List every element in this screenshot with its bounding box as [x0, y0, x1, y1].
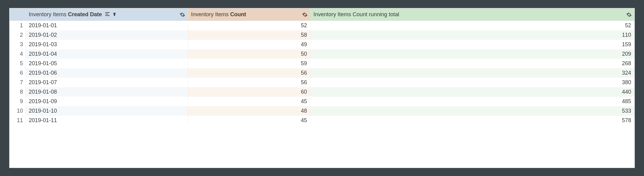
table-row: 2 2019-01-02 58 110 [10, 30, 635, 40]
column-header-created-date[interactable]: Inventory Items Created Date [26, 9, 188, 21]
gear-icon[interactable] [302, 12, 308, 17]
cell-count[interactable]: 56 [188, 68, 310, 78]
row-number: 6 [10, 68, 26, 78]
table-row: 11 2019-01-11 45 578 [10, 116, 635, 125]
row-number-header [10, 9, 26, 21]
cell-running[interactable]: 324 [310, 68, 635, 78]
row-number: 8 [10, 87, 26, 97]
cell-date[interactable]: 2019-01-04 [26, 49, 188, 59]
table-row: 7 2019-01-07 56 380 [10, 78, 635, 87]
table-row: 6 2019-01-06 56 324 [10, 68, 635, 78]
cell-date[interactable]: 2019-01-10 [26, 106, 188, 116]
column-header-label-bold: Created Date [68, 11, 102, 17]
cell-count[interactable]: 45 [188, 97, 310, 106]
cell-date[interactable]: 2019-01-01 [26, 21, 188, 30]
row-number: 4 [10, 49, 26, 59]
column-header-count[interactable]: Inventory Items Count [188, 9, 310, 21]
table-row: 10 2019-01-10 48 533 [10, 106, 635, 116]
cell-running[interactable]: 578 [310, 116, 635, 125]
column-header-running-total[interactable]: Inventory Items Count running total [310, 9, 635, 21]
row-number: 7 [10, 78, 26, 87]
row-number: 1 [10, 21, 26, 30]
table-row: 9 2019-01-09 45 485 [10, 97, 635, 106]
cell-running[interactable]: 485 [310, 97, 635, 106]
row-number: 11 [10, 116, 26, 125]
cell-count[interactable]: 45 [188, 116, 310, 125]
cell-date[interactable]: 2019-01-07 [26, 78, 188, 87]
data-table-panel: Inventory Items Created Date [9, 8, 635, 168]
cell-count[interactable]: 52 [188, 21, 310, 30]
sort-indicator[interactable] [105, 12, 116, 16]
cell-date[interactable]: 2019-01-05 [26, 59, 188, 68]
cell-count[interactable]: 60 [188, 87, 310, 97]
arrow-up-icon [113, 12, 116, 16]
table-body: 1 2019-01-01 52 52 2 2019-01-02 58 110 3… [10, 21, 635, 125]
cell-date[interactable]: 2019-01-06 [26, 68, 188, 78]
cell-count[interactable]: 59 [188, 59, 310, 68]
svg-rect-0 [105, 12, 110, 13]
table-row: 1 2019-01-01 52 52 [10, 21, 635, 30]
cell-running[interactable]: 440 [310, 87, 635, 97]
cell-date[interactable]: 2019-01-02 [26, 30, 188, 40]
svg-rect-2 [105, 15, 110, 16]
cell-date[interactable]: 2019-01-08 [26, 87, 188, 97]
row-number: 3 [10, 40, 26, 49]
table-row: 8 2019-01-08 60 440 [10, 87, 635, 97]
cell-count[interactable]: 49 [188, 40, 310, 49]
cell-running[interactable]: 159 [310, 40, 635, 49]
row-number: 2 [10, 30, 26, 40]
cell-running[interactable]: 380 [310, 78, 635, 87]
cell-count[interactable]: 56 [188, 78, 310, 87]
column-header-label: Inventory Items Count running total [313, 11, 399, 17]
cell-running[interactable]: 268 [310, 59, 635, 68]
column-header-label-bold: Count [230, 11, 246, 17]
bars-icon [105, 12, 111, 16]
svg-rect-1 [105, 14, 108, 14]
cell-date[interactable]: 2019-01-09 [26, 97, 188, 106]
row-number: 5 [10, 59, 26, 68]
gear-icon[interactable] [626, 12, 632, 17]
cell-running[interactable]: 52 [310, 21, 635, 30]
table-row: 4 2019-01-04 50 209 [10, 49, 635, 59]
column-header-label: Inventory Items [191, 11, 230, 17]
cell-count[interactable]: 58 [188, 30, 310, 40]
data-table: Inventory Items Created Date [9, 8, 635, 125]
row-number: 9 [10, 97, 26, 106]
column-header-label: Inventory Items [29, 11, 68, 17]
cell-date[interactable]: 2019-01-11 [26, 116, 188, 125]
table-row: 5 2019-01-05 59 268 [10, 59, 635, 68]
gear-icon[interactable] [180, 12, 185, 17]
cell-count[interactable]: 48 [188, 106, 310, 116]
table-row: 3 2019-01-03 49 159 [10, 40, 635, 49]
row-number: 10 [10, 106, 26, 116]
cell-date[interactable]: 2019-01-03 [26, 40, 188, 49]
cell-running[interactable]: 209 [310, 49, 635, 59]
cell-running[interactable]: 533 [310, 106, 635, 116]
cell-running[interactable]: 110 [310, 30, 635, 40]
header-row: Inventory Items Created Date [10, 9, 635, 21]
cell-count[interactable]: 50 [188, 49, 310, 59]
